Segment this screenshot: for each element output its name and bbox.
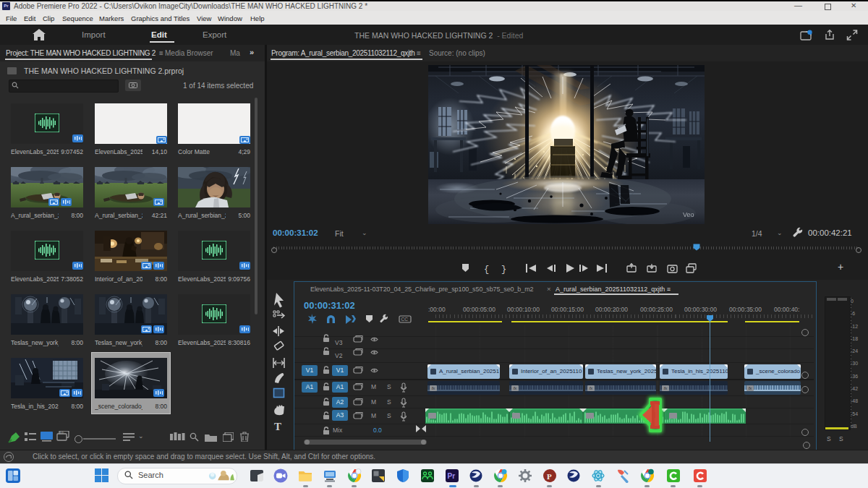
svg-text:T: T <box>274 421 281 432</box>
svg-text:FF: FF <box>60 431 64 435</box>
svg-text:P: P <box>547 472 552 481</box>
svg-text:{: { <box>484 265 489 275</box>
svg-text:S: S <box>387 383 391 390</box>
svg-text:CC: CC <box>401 317 409 322</box>
svg-text:}: } <box>501 265 506 275</box>
svg-text:S: S <box>387 398 391 406</box>
svg-text:M: M <box>371 412 376 419</box>
svg-text:Veo: Veo <box>683 211 694 218</box>
svg-text:M: M <box>371 398 376 406</box>
svg-text:M: M <box>371 383 376 390</box>
svg-text:Pr: Pr <box>448 472 456 480</box>
svg-text:S: S <box>387 412 391 419</box>
